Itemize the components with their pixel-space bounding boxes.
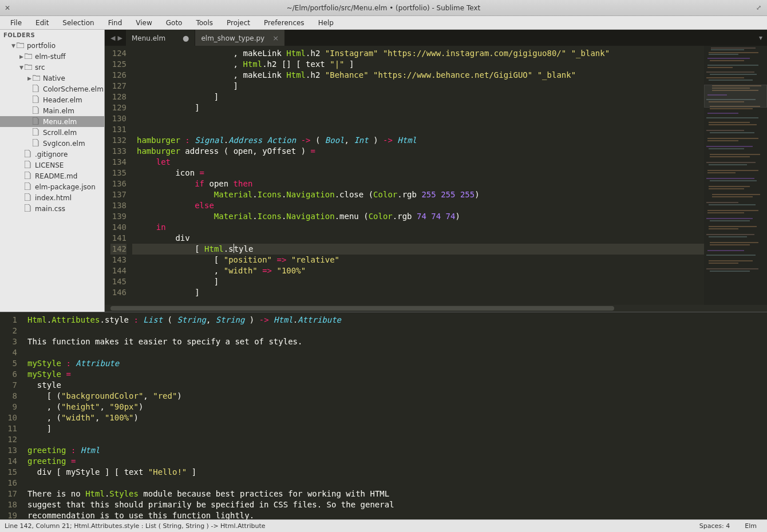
code-line[interactable]: icon = <box>137 168 704 178</box>
code-line[interactable]: suggest that this should primarily be sp… <box>27 499 767 510</box>
code-line[interactable]: , Html.h2 [] [ text "|" ] <box>137 59 704 70</box>
file-index-html[interactable]: index.html <box>0 192 104 203</box>
menu-project[interactable]: Project <box>220 17 257 29</box>
code-line[interactable]: recommendation is to use this function l… <box>27 510 767 519</box>
main-editor[interactable]: 1241251261271281291301311321331341351361… <box>105 46 767 305</box>
code-line[interactable] <box>27 434 767 445</box>
code-line[interactable]: greeting : Html <box>27 445 767 456</box>
menu-preferences[interactable]: Preferences <box>257 17 311 29</box>
code-line[interactable]: let <box>137 157 704 168</box>
code-line[interactable] <box>27 325 767 336</box>
code-line[interactable]: else <box>137 200 704 211</box>
code-line[interactable]: This function makes it easier to specify… <box>27 336 767 347</box>
code-line[interactable]: ] <box>137 92 704 102</box>
panel-code-content[interactable]: Html.Attributes.style : List ( String, S… <box>23 312 767 519</box>
status-syntax[interactable]: Elm <box>745 522 757 530</box>
code-line[interactable]: myStyle : Attribute <box>27 358 767 369</box>
chevron-down-icon[interactable]: ▼ <box>18 65 25 70</box>
code-content[interactable]: , makeLink Html.h2 "Instagram" "https://… <box>132 46 704 305</box>
code-line[interactable]: ] <box>137 81 704 92</box>
minimap[interactable] <box>704 46 767 305</box>
tab-elm-show-type-py[interactable]: elm_show_type.py× <box>195 30 284 46</box>
tab-dropdown-icon[interactable]: ▾ <box>754 30 767 46</box>
file-scroll-elm[interactable]: Scroll.elm <box>0 127 104 138</box>
code-line[interactable]: ] <box>137 102 704 113</box>
code-line[interactable]: Material.Icons.Navigation.close (Color.r… <box>137 189 704 200</box>
chevron-down-icon[interactable]: ▼ <box>10 43 17 49</box>
tab-prev-icon[interactable]: ◀ <box>110 34 115 42</box>
code-line[interactable] <box>137 113 704 124</box>
file-svgicon-elm[interactable]: SvgIcon.elm <box>0 138 104 149</box>
code-line[interactable]: [ "position" => "relative" <box>137 255 704 265</box>
horizontal-scrollbar[interactable] <box>105 305 767 312</box>
code-line[interactable]: div [ myStyle ] [ text "Hello!" ] <box>27 467 767 478</box>
status-spaces[interactable]: Spaces: 4 <box>699 522 730 530</box>
folder-portfolio[interactable]: ▼portfolio <box>0 40 104 51</box>
code-line[interactable]: , "width" => "100%" <box>137 265 704 276</box>
code-line[interactable] <box>27 478 767 489</box>
panel-editor[interactable]: 12345678910111213141516171819 Html.Attri… <box>0 312 767 519</box>
file-colorscheme-elm[interactable]: ColorScheme.elm <box>0 84 104 94</box>
code-line[interactable]: ] <box>137 276 704 287</box>
code-line[interactable]: in <box>137 222 704 233</box>
menu-selection[interactable]: Selection <box>56 17 101 29</box>
code-line[interactable]: style <box>27 380 767 391</box>
file-icon <box>25 193 34 203</box>
status-position[interactable]: Line 142, Column 21; Html.Attributes.sty… <box>5 522 699 530</box>
scrollbar-thumb[interactable] <box>110 306 614 311</box>
menu-tools[interactable]: Tools <box>189 17 220 29</box>
folder-native[interactable]: ▶Native <box>0 73 104 84</box>
code-line[interactable]: [ Html.style <box>137 244 704 255</box>
menu-file[interactable]: File <box>3 17 29 29</box>
menubar: FileEditSelectionFindViewGotoToolsProjec… <box>0 16 767 30</box>
code-line[interactable] <box>137 124 704 135</box>
file-icon <box>33 85 42 94</box>
code-line[interactable]: There is no Html.Styles module because b… <box>27 489 767 499</box>
window-close-icon[interactable]: ✕ <box>5 4 10 12</box>
tab-next-icon[interactable]: ▶ <box>117 34 122 42</box>
tab-close-icon[interactable]: × <box>272 34 279 42</box>
file-readme-md[interactable]: README.md <box>0 170 104 181</box>
tab-menu-elm[interactable]: Menu.elm● <box>126 30 195 46</box>
code-line[interactable] <box>27 347 767 358</box>
tabbar: ◀ ▶ Menu.elm●elm_show_type.py× ▾ <box>105 30 767 46</box>
code-line[interactable]: , makeLink Html.h2 "Behance" "https://ww… <box>137 70 704 81</box>
code-line[interactable]: [ ("backgroundColor", "red") <box>27 391 767 402</box>
code-line[interactable]: , ("height", "90px") <box>27 402 767 412</box>
file--gitignore[interactable]: .gitignore <box>0 149 104 160</box>
menu-goto[interactable]: Goto <box>159 17 189 29</box>
code-line[interactable]: hamburger address ( open, yOffset ) = <box>137 146 704 157</box>
file-header-elm[interactable]: Header.elm <box>0 94 104 105</box>
code-line[interactable]: , makeLink Html.h2 "Instagram" "https://… <box>137 48 704 59</box>
menu-help[interactable]: Help <box>311 17 341 29</box>
folder-elm-stuff[interactable]: ▶elm-stuff <box>0 51 104 62</box>
gutter: 1241251261271281291301311321331341351361… <box>105 46 132 305</box>
minimap-viewport[interactable] <box>704 85 767 108</box>
file-main-css[interactable]: main.css <box>0 203 104 214</box>
file-main-elm[interactable]: Main.elm <box>0 105 104 116</box>
code-line[interactable]: div <box>137 233 704 244</box>
code-line[interactable]: if open then <box>137 178 704 189</box>
code-line[interactable]: hamburger : Signal.Address Action -> ( B… <box>137 135 704 146</box>
file-license[interactable]: LICENSE <box>0 160 104 170</box>
file-menu-elm[interactable]: Menu.elm <box>0 116 104 127</box>
code-line[interactable]: myStyle = <box>27 369 767 380</box>
menu-view[interactable]: View <box>129 17 159 29</box>
menu-edit[interactable]: Edit <box>29 17 56 29</box>
chevron-right-icon[interactable]: ▶ <box>18 54 25 59</box>
code-line[interactable]: Material.Icons.Navigation.menu (Color.rg… <box>137 211 704 222</box>
code-line[interactable]: Html.Attributes.style : List ( String, S… <box>27 315 767 325</box>
menu-find[interactable]: Find <box>101 17 129 29</box>
file-icon <box>33 106 42 116</box>
code-line[interactable]: , ("width", "100%") <box>27 412 767 423</box>
folder-src[interactable]: ▼src <box>0 62 104 73</box>
code-line[interactable]: ] <box>137 287 704 298</box>
window-maximize-icon[interactable]: ⤢ <box>756 4 761 11</box>
code-line[interactable]: ] <box>27 423 767 434</box>
file-elm-package-json[interactable]: elm-package.json <box>0 181 104 192</box>
chevron-right-icon[interactable]: ▶ <box>26 76 33 81</box>
tree-label: .gitignore <box>35 150 68 158</box>
code-line[interactable]: greeting = <box>27 456 767 467</box>
file-icon <box>25 172 34 181</box>
tab-nav: ◀ ▶ <box>107 30 126 46</box>
